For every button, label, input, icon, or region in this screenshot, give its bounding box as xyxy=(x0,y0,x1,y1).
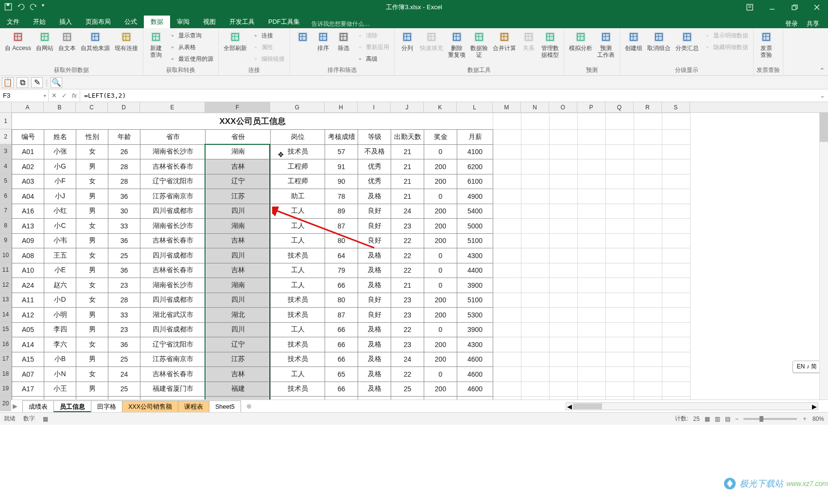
cell[interactable]: 25 xyxy=(391,382,424,397)
cell[interactable]: 技术员 xyxy=(271,337,325,352)
whatif-button[interactable]: 模拟分析 xyxy=(567,29,594,52)
cell[interactable]: 24 xyxy=(391,204,424,219)
cell[interactable]: 男 xyxy=(76,263,108,278)
cell[interactable]: 优秀 xyxy=(358,159,391,174)
subtotal-button[interactable]: 分类汇总 xyxy=(673,29,701,52)
view-normal-icon[interactable]: ▦ xyxy=(705,416,710,422)
cell[interactable]: 25 xyxy=(108,248,140,263)
cell[interactable]: 4300 xyxy=(457,248,493,263)
cell[interactable]: 女 xyxy=(76,219,108,234)
row-header-11[interactable]: 11 xyxy=(0,263,11,278)
cell[interactable]: 小F xyxy=(44,174,76,189)
column-header-K[interactable]: K xyxy=(424,102,457,112)
sheet-nav-next-icon[interactable]: ▶ xyxy=(13,402,17,410)
expand-formula-bar-icon[interactable]: ⌄ xyxy=(816,89,828,102)
cell[interactable]: 助工 xyxy=(271,189,325,204)
cell[interactable]: 21 xyxy=(391,174,424,189)
cell[interactable]: 0 xyxy=(424,367,457,382)
cell[interactable]: A13 xyxy=(12,219,44,234)
cell[interactable]: 4100 xyxy=(457,144,493,159)
cell[interactable]: 21 xyxy=(391,397,424,400)
cell[interactable]: 3900 xyxy=(457,278,493,293)
cell[interactable]: A17 xyxy=(12,382,44,397)
ime-indicator[interactable]: EN ♪ 简 xyxy=(793,361,821,373)
cell[interactable]: 90 xyxy=(325,174,358,189)
cell[interactable]: 6200 xyxy=(457,159,493,174)
zoom-icon[interactable]: 🔍 xyxy=(51,77,62,88)
cell[interactable]: 5900 xyxy=(457,397,493,400)
row-header-2[interactable]: 2 xyxy=(0,129,11,144)
advanced-button[interactable]: ▫高级 xyxy=(354,53,391,64)
remove-dup-button[interactable]: 删除重复项 xyxy=(446,29,467,59)
column-header-B[interactable]: B xyxy=(44,102,76,112)
cell[interactable]: 小明 xyxy=(44,308,76,323)
cell[interactable]: A24 xyxy=(12,278,44,293)
row-header-9[interactable]: 9 xyxy=(0,233,11,248)
cell[interactable]: 技术员 xyxy=(271,144,325,159)
cell[interactable]: 23 xyxy=(391,308,424,323)
column-header-D[interactable]: D xyxy=(108,102,140,112)
row-header-10[interactable]: 10 xyxy=(0,248,11,263)
cell[interactable]: 28 xyxy=(108,293,140,308)
row-header-13[interactable]: 13 xyxy=(0,293,11,308)
undo-icon[interactable] xyxy=(17,2,25,11)
cell[interactable]: 技术员 xyxy=(271,248,325,263)
manage-model-button[interactable]: 管理数据模型 xyxy=(539,29,561,59)
cell[interactable]: 良好 xyxy=(358,308,391,323)
cell[interactable]: 及格 xyxy=(358,382,391,397)
sort-button[interactable]: 排序 xyxy=(313,29,333,52)
cell[interactable]: 技术员 xyxy=(271,397,325,400)
zoom-level[interactable]: 80% xyxy=(812,416,824,422)
cell[interactable]: 四川省成都市 xyxy=(140,204,206,219)
cell[interactable]: 66 xyxy=(325,337,358,352)
tell-me-search[interactable]: 告诉我您想要做什么… xyxy=(311,20,370,28)
cell[interactable]: A01 xyxy=(12,144,44,159)
copy-icon[interactable]: ⧉ xyxy=(17,77,28,88)
cell[interactable]: 吉林省长春市 xyxy=(140,159,206,174)
cell[interactable]: 女 xyxy=(76,397,108,400)
cell[interactable]: 优秀 xyxy=(358,174,391,189)
cell[interactable]: 湖北 xyxy=(206,308,271,323)
cell[interactable]: 79 xyxy=(325,263,358,278)
cell[interactable]: 23 xyxy=(391,219,424,234)
ribbon-tab-文件[interactable]: 文件 xyxy=(0,16,26,28)
cell[interactable]: 男 xyxy=(76,382,108,397)
cell[interactable]: 0 xyxy=(424,144,457,159)
cell[interactable]: 200 xyxy=(424,308,457,323)
row-header-7[interactable]: 7 xyxy=(0,204,11,219)
show-queries-button[interactable]: ▫显示查询 xyxy=(167,30,215,41)
cell[interactable]: 四川省成都市 xyxy=(140,293,206,308)
cell[interactable]: 36 xyxy=(108,233,140,248)
ribbon-tab-PDF工具集[interactable]: PDF工具集 xyxy=(261,16,307,28)
cell[interactable]: 良好 xyxy=(358,204,391,219)
minimize-icon[interactable] xyxy=(761,0,783,15)
cell[interactable]: 200 xyxy=(424,397,457,400)
cell[interactable]: 小H xyxy=(44,397,76,400)
column-header-P[interactable]: P xyxy=(577,102,605,112)
cell[interactable]: 江苏省南京市 xyxy=(140,352,206,367)
cell[interactable]: 李六 xyxy=(44,337,76,352)
column-header-I[interactable]: I xyxy=(358,102,391,112)
cell[interactable]: A14 xyxy=(12,337,44,352)
cell[interactable]: 小红 xyxy=(44,204,76,219)
invoice-check-button[interactable]: 发票查验 xyxy=(757,29,776,59)
cell[interactable]: 男 xyxy=(76,159,108,174)
cell[interactable]: 江苏省南京市 xyxy=(140,397,206,400)
cell[interactable]: 湖南省长沙市 xyxy=(140,144,206,159)
cell[interactable]: 及格 xyxy=(358,337,391,352)
cell[interactable]: 200 xyxy=(424,233,457,248)
cell[interactable]: 25 xyxy=(108,352,140,367)
row-header-3[interactable]: 3 xyxy=(0,144,11,159)
cell[interactable]: 男 xyxy=(76,189,108,204)
ribbon-tab-插入[interactable]: 插入 xyxy=(52,16,79,28)
row-header-15[interactable]: 15 xyxy=(0,322,11,337)
cell[interactable]: 吉林 xyxy=(206,263,271,278)
ribbon-display-options-icon[interactable] xyxy=(739,0,761,15)
cell[interactable]: 57 xyxy=(325,144,358,159)
cell[interactable]: 78 xyxy=(325,189,358,204)
column-header-Q[interactable]: Q xyxy=(605,102,634,112)
zoom-out-icon[interactable]: − xyxy=(735,416,739,422)
cell[interactable]: 湖南 xyxy=(206,219,271,234)
cell[interactable]: 四川省成都市 xyxy=(140,322,206,337)
cell[interactable]: 工程师 xyxy=(271,174,325,189)
